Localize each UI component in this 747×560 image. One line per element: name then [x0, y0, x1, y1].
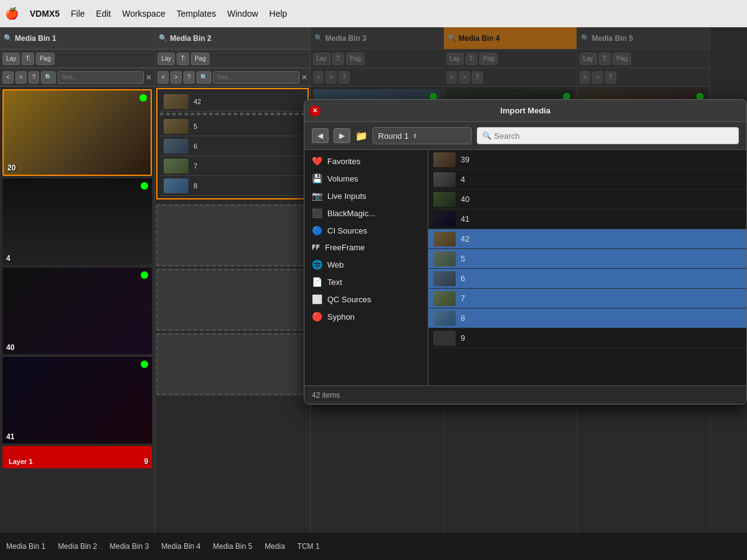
- bin1-t-btn[interactable]: T:: [22, 53, 34, 65]
- bin4-forward-btn[interactable]: >: [459, 71, 470, 84]
- bin1-help-btn[interactable]: ?: [29, 71, 40, 84]
- bin1-search-btn[interactable]: 🔍: [41, 71, 56, 84]
- list-item-5[interactable]: 5: [160, 116, 304, 136]
- bin2-search-btn[interactable]: 🔍: [197, 71, 211, 84]
- app-name[interactable]: VDMX5: [30, 9, 60, 19]
- bin5-forward-btn[interactable]: >: [592, 71, 603, 84]
- list-item-8[interactable]: 8: [160, 176, 304, 196]
- list-item-7[interactable]: 7: [160, 156, 304, 176]
- empty-slot-2[interactable]: [156, 269, 308, 331]
- sidebar-web[interactable]: 🌐 Web: [304, 256, 428, 273]
- menu-workspace[interactable]: Workspace: [122, 9, 166, 19]
- sidebar-qc-sources[interactable]: ⬜ QC Sources: [304, 291, 428, 308]
- bin5-layer-btn[interactable]: Lay: [580, 53, 597, 65]
- bin2-page-btn[interactable]: Pag: [191, 53, 210, 65]
- thumb-item-20[interactable]: 20: [2, 89, 152, 176]
- file-name: 6: [461, 274, 465, 283]
- file-row-39[interactable]: 39: [428, 150, 746, 170]
- file-row-42[interactable]: 42: [428, 229, 746, 249]
- menu-edit[interactable]: Edit: [96, 9, 111, 19]
- file-row-4[interactable]: 4: [428, 170, 746, 190]
- bottom-bin2[interactable]: Media Bin 2: [58, 542, 97, 551]
- import-back-button[interactable]: ◀: [312, 128, 329, 143]
- file-row-6[interactable]: 6: [428, 269, 746, 289]
- list-item-6[interactable]: 6: [160, 136, 304, 156]
- bin5-help-btn[interactable]: ?: [605, 71, 616, 84]
- import-body: ❤️ Favorites 💾 Volumes 📷 Live Inputs ⬛ B…: [304, 150, 746, 385]
- bin2-t-btn[interactable]: T:: [177, 53, 189, 65]
- bin4-layer-btn[interactable]: Lay: [446, 53, 464, 65]
- bottom-bin3[interactable]: Media Bin 3: [110, 542, 149, 551]
- list-item-42[interactable]: 42: [160, 92, 304, 112]
- bin5-toolbar: Lay T: Pag: [577, 50, 710, 68]
- bin2-back-btn[interactable]: <: [157, 71, 169, 84]
- bin4-help-btn[interactable]: ?: [472, 71, 483, 84]
- menu-window[interactable]: Window: [228, 9, 259, 19]
- bin5-page-btn[interactable]: Pag: [612, 53, 631, 65]
- bin5-back-btn[interactable]: <: [580, 71, 591, 84]
- import-search-input[interactable]: [494, 131, 733, 141]
- bin4-page-btn[interactable]: Pag: [479, 53, 498, 65]
- bin3-forward-btn[interactable]: >: [325, 71, 337, 84]
- bottom-bin1[interactable]: Media Bin 1: [6, 542, 45, 551]
- import-close-button[interactable]: ✕: [309, 105, 320, 116]
- thumb-item-40[interactable]: 40: [2, 268, 152, 354]
- apple-menu-icon[interactable]: 🍎: [5, 7, 19, 20]
- menu-file[interactable]: File: [71, 9, 85, 19]
- bin1-page-btn[interactable]: Pag: [36, 53, 55, 65]
- bin2-search-icon[interactable]: 🔍: [159, 34, 167, 42]
- thumb-item-41[interactable]: 41: [2, 357, 152, 444]
- bin1-layer-btn[interactable]: Lay: [2, 53, 20, 65]
- bin4-t-btn[interactable]: T:: [466, 53, 478, 65]
- bin1-clear-btn[interactable]: ✕: [146, 73, 152, 82]
- file-row-9[interactable]: 9: [428, 328, 746, 348]
- import-forward-button[interactable]: ▶: [334, 128, 350, 143]
- list-thumb: [164, 119, 188, 134]
- menu-templates[interactable]: Templates: [177, 9, 216, 19]
- bin3-search-icon[interactable]: 🔍: [314, 34, 323, 42]
- bin5-t-btn[interactable]: T:: [599, 53, 611, 65]
- bin2-help-btn[interactable]: ?: [183, 71, 195, 84]
- thumb-item-4[interactable]: 4: [2, 178, 152, 265]
- sidebar-ci-sources[interactable]: 🔵 CI Sources: [304, 222, 428, 239]
- bin4-search-icon[interactable]: 🔍: [448, 34, 456, 42]
- empty-slot-1[interactable]: [156, 204, 308, 266]
- bin2-clear-btn[interactable]: ✕: [301, 73, 307, 82]
- bottom-bin5[interactable]: Media Bin 5: [213, 542, 252, 551]
- bin3-t-btn[interactable]: T:: [332, 53, 345, 65]
- bin2-search-input[interactable]: [213, 71, 299, 84]
- bin2-layer-btn[interactable]: Lay: [157, 53, 175, 65]
- bin1-search-icon[interactable]: 🔍: [4, 34, 12, 42]
- list-name: 6: [193, 142, 197, 150]
- empty-slot-3[interactable]: [156, 333, 308, 395]
- bin3-page-btn[interactable]: Pag: [346, 53, 365, 65]
- bin3-layer-btn[interactable]: Lay: [313, 53, 330, 65]
- thumb-label-item[interactable]: Layer 1 9: [2, 446, 152, 468]
- bin3-help-btn[interactable]: ?: [338, 71, 350, 84]
- bin3-back-btn[interactable]: <: [313, 71, 324, 84]
- bin1-search-input[interactable]: [58, 71, 144, 84]
- bottom-media[interactable]: Media: [265, 542, 285, 551]
- bin4-back-btn[interactable]: <: [446, 71, 457, 84]
- bottom-bin4[interactable]: Media Bin 4: [161, 542, 200, 551]
- sidebar-favorites[interactable]: ❤️ Favorites: [304, 152, 428, 170]
- sidebar-syphon[interactable]: 🔴 Syphon: [304, 308, 428, 325]
- sidebar-freeframe[interactable]: FF FreeFrame: [304, 239, 428, 256]
- file-row-8[interactable]: 8: [428, 308, 746, 328]
- sidebar-blackmagic[interactable]: ⬛ BlackMagic...: [304, 204, 428, 222]
- bin1-forward-btn[interactable]: >: [15, 71, 27, 84]
- sidebar-volumes[interactable]: 💾 Volumes: [304, 170, 428, 187]
- file-row-41[interactable]: 41: [428, 209, 746, 229]
- list-thumb: [164, 178, 188, 193]
- bin2-forward-btn[interactable]: >: [170, 71, 182, 84]
- bin1-back-btn[interactable]: <: [2, 71, 14, 84]
- file-row-7[interactable]: 7: [428, 289, 746, 308]
- bin5-search-icon[interactable]: 🔍: [581, 34, 590, 42]
- import-path[interactable]: Round 1 ⬆: [373, 127, 472, 144]
- sidebar-live-inputs[interactable]: 📷 Live Inputs: [304, 187, 428, 204]
- bottom-tcm[interactable]: TCM 1: [298, 542, 320, 551]
- sidebar-text[interactable]: 📄 Text: [304, 273, 428, 291]
- file-row-5[interactable]: 5: [428, 249, 746, 269]
- file-row-40[interactable]: 40: [428, 190, 746, 209]
- menu-help[interactable]: Help: [269, 9, 287, 19]
